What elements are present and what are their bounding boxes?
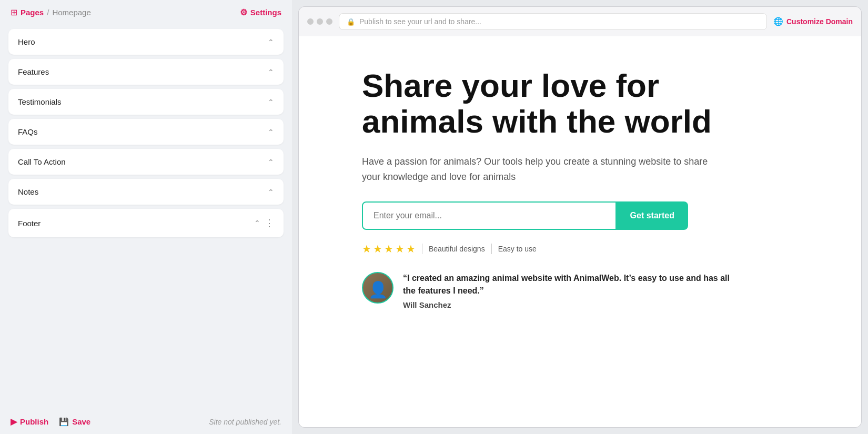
section-item-right-notes: ⌃ (268, 188, 274, 196)
sidebar-header-left: ⊞ Pages / Homepage (11, 7, 91, 17)
section-item-right-testimonials: ⌃ (268, 98, 274, 106)
ratings-row: ★ ★ ★ ★ ★ Beautiful designs Easy to use (362, 243, 809, 255)
testimonial-quote: “I created an amazing animal website wit… (403, 272, 730, 297)
star-2: ★ (373, 243, 382, 255)
sidebar-item-notes[interactable]: Notes ⌃ (8, 179, 284, 205)
publish-button[interactable]: ▶ Publish (11, 417, 48, 427)
sidebar-footer: ▶ Publish 💾 Save Site not published yet. (0, 409, 292, 434)
pages-label[interactable]: Pages (21, 8, 44, 17)
star-1: ★ (362, 243, 371, 255)
main-area: 🔒 Publish to see your url and to share..… (292, 0, 868, 434)
testimonial-row: 👤 “I created an amazing animal website w… (362, 272, 730, 309)
chevron-up-icon-faqs: ⌃ (268, 128, 274, 136)
settings-label: Settings (250, 8, 281, 17)
save-label: Save (72, 417, 90, 426)
avatar: 👤 (362, 272, 393, 304)
settings-button[interactable]: ⚙ Settings (240, 7, 281, 17)
section-item-right-faqs: ⌃ (268, 128, 274, 136)
email-cta-row: Get started (362, 201, 688, 230)
more-options-icon-footer[interactable]: ⋮ (265, 217, 274, 229)
avatar-face: 👤 (368, 280, 388, 299)
customize-domain-label: Customize Domain (786, 17, 853, 26)
star-rating: ★ ★ ★ ★ ★ (362, 243, 416, 255)
lock-icon: 🔒 (347, 18, 355, 26)
chevron-up-icon-testimonials: ⌃ (268, 98, 274, 106)
section-item-right-features: ⌃ (268, 68, 274, 76)
address-bar: 🔒 Publish to see your url and to share..… (339, 13, 767, 30)
section-label-footer: Footer (18, 219, 41, 228)
star-5: ★ (406, 243, 416, 255)
testimonial-name: Will Sanchez (403, 300, 730, 309)
browser-content: Share your love for animals with the wor… (298, 36, 862, 428)
not-published-status: Site not published yet. (209, 418, 281, 426)
section-item-right-footer: ⌃ ⋮ (254, 217, 274, 229)
section-label-features: Features (18, 67, 49, 76)
sections-list: Hero ⌃ Features ⌃ Testimonials ⌃ FAQs ⌃ (0, 25, 292, 409)
hero-title: Share your love for animals with the wor… (362, 68, 741, 139)
chevron-up-icon-notes: ⌃ (268, 188, 274, 196)
section-label-cta: Call To Action (18, 157, 66, 166)
sidebar-item-testimonials[interactable]: Testimonials ⌃ (8, 89, 284, 115)
section-item-right-cta: ⌃ (268, 158, 274, 166)
badge-easy-to-use: Easy to use (498, 245, 537, 253)
star-4: ★ (395, 243, 405, 255)
section-label-testimonials: Testimonials (18, 97, 62, 106)
section-label-hero: Hero (18, 37, 35, 46)
hero-subtitle: Have a passion for animals? Our tools he… (362, 154, 720, 185)
browser-traffic-lights (307, 18, 332, 25)
browser-dot-red (307, 18, 314, 25)
chevron-up-icon-cta: ⌃ (268, 158, 274, 166)
badge-beautiful-designs: Beautiful designs (429, 245, 485, 253)
section-label-faqs: FAQs (18, 127, 38, 136)
browser-chrome: 🔒 Publish to see your url and to share..… (298, 6, 862, 36)
browser-dot-yellow (317, 18, 323, 25)
email-input[interactable] (362, 201, 617, 230)
globe-icon: 🌐 (773, 17, 783, 26)
rating-separator-1 (422, 244, 422, 254)
sidebar: ⊞ Pages / Homepage ⚙ Settings Hero ⌃ Fea… (0, 0, 292, 434)
rating-separator-2 (491, 244, 492, 254)
section-label-notes: Notes (18, 187, 38, 196)
sidebar-item-hero[interactable]: Hero ⌃ (8, 29, 284, 55)
save-icon: 💾 (59, 417, 69, 427)
customize-domain-button[interactable]: 🌐 Customize Domain (773, 17, 853, 26)
browser-dot-green (326, 18, 332, 25)
address-placeholder: Publish to see your url and to share... (359, 17, 481, 26)
star-3: ★ (384, 243, 393, 255)
publish-circle-icon: ▶ (11, 417, 17, 427)
get-started-button[interactable]: Get started (617, 201, 688, 230)
chevron-up-icon-features: ⌃ (268, 68, 274, 76)
publish-label: Publish (20, 417, 48, 426)
sidebar-item-faqs[interactable]: FAQs ⌃ (8, 119, 284, 145)
gear-icon: ⚙ (240, 7, 247, 17)
testimonial-content: “I created an amazing animal website wit… (403, 272, 730, 309)
sidebar-header: ⊞ Pages / Homepage ⚙ Settings (0, 0, 292, 25)
chevron-up-icon-footer: ⌃ (254, 219, 260, 227)
breadcrumb-page: Homepage (52, 8, 90, 17)
pages-icon: ⊞ (11, 7, 17, 17)
save-button[interactable]: 💾 Save (59, 417, 90, 427)
chevron-up-icon-hero: ⌃ (268, 38, 274, 46)
breadcrumb-separator: / (47, 8, 49, 17)
section-item-right-hero: ⌃ (268, 38, 274, 46)
sidebar-item-call-to-action[interactable]: Call To Action ⌃ (8, 149, 284, 175)
sidebar-item-footer[interactable]: Footer ⌃ ⋮ (8, 209, 284, 237)
sidebar-item-features[interactable]: Features ⌃ (8, 59, 284, 85)
